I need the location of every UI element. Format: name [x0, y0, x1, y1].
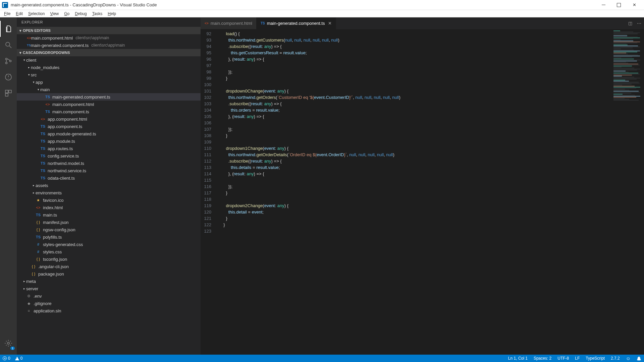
menu-help[interactable]: Help [105, 10, 119, 17]
svg-rect-7 [9, 90, 11, 93]
status-notifications-icon[interactable] [637, 356, 641, 361]
tree-file[interactable]: <>main.component.html [17, 101, 201, 108]
status-bar: 0 0 Ln 1, Col 1 Spaces: 2 UTF-8 LF TypeS… [0, 355, 644, 362]
menu-file[interactable]: File [1, 10, 13, 17]
title-bar: main-generated.component.ts - CascadingD… [0, 0, 644, 10]
status-warnings[interactable]: 0 [15, 356, 23, 361]
tree-folder[interactable]: ▸environments [17, 189, 201, 196]
svg-point-0 [6, 42, 10, 46]
gear-icon [4, 339, 12, 347]
files-icon [5, 25, 13, 33]
svg-point-9 [7, 342, 9, 344]
editor[interactable]: 9293949596979899100101102103104105106107… [201, 29, 644, 355]
tree-file[interactable]: TSapp.routes.ts [17, 145, 201, 152]
tree-file[interactable]: TSnorthwind.model.ts [17, 160, 201, 167]
warning-icon [15, 357, 19, 360]
status-eol[interactable]: LF [575, 356, 580, 361]
tree-file[interactable]: ≡application.sln [17, 307, 201, 314]
code-content[interactable]: load() { this.northwind.getCustomers(nul… [217, 29, 644, 355]
activity-debug[interactable] [0, 69, 17, 85]
menu-debug[interactable]: Debug [72, 10, 89, 17]
tree-file[interactable]: { }package.json [17, 270, 201, 278]
menu-go[interactable]: Go [61, 10, 72, 17]
activity-settings[interactable]: 1 [0, 335, 17, 351]
svg-point-2 [6, 58, 7, 60]
tab-close-icon[interactable]: ✕ [328, 21, 332, 26]
window-title: main-generated.component.ts - CascadingD… [11, 2, 157, 7]
sidebar-title: EXPLORER [17, 17, 201, 27]
split-editor-icon[interactable]: ◫ [628, 21, 632, 26]
error-icon [3, 356, 7, 360]
activity-search[interactable] [0, 37, 17, 53]
tree-file[interactable]: TSapp.component.ts [17, 123, 201, 130]
svg-point-3 [6, 62, 7, 64]
menu-view[interactable]: View [47, 10, 61, 17]
tree-file[interactable]: TSapp.module.ts [17, 137, 201, 145]
tree-folder[interactable]: ▾client [17, 56, 201, 64]
activity-extensions[interactable] [0, 85, 17, 101]
tree-folder[interactable]: ▾main [17, 86, 201, 93]
status-version[interactable]: 2.7.2 [611, 356, 620, 361]
sidebar: EXPLORER ▾OPEN EDITORS <>main.component.… [17, 17, 201, 355]
status-ln-col[interactable]: Ln 1, Col 1 [508, 356, 528, 361]
activity-bar: 1 [0, 17, 17, 355]
tree-folder[interactable]: ▸assets [17, 182, 201, 189]
tree-file[interactable]: TSpolyfills.ts [17, 233, 201, 241]
tree-file[interactable]: <>index.html [17, 204, 201, 211]
tree-file[interactable]: { }manifest.json [17, 219, 201, 226]
status-encoding[interactable]: UTF-8 [557, 356, 569, 361]
tree-file[interactable]: ★favicon.ico [17, 196, 201, 204]
tree-file[interactable]: #styles.css [17, 248, 201, 255]
minimap[interactable] [612, 29, 644, 355]
status-spaces[interactable]: Spaces: 2 [534, 356, 551, 361]
extensions-icon [4, 89, 12, 97]
editor-tab[interactable]: TSmain-generated.component.ts✕ [257, 17, 336, 29]
open-editors-header[interactable]: ▾OPEN EDITORS [17, 27, 201, 34]
window-maximize-button[interactable] [611, 0, 627, 10]
editor-area: <>main.component.htmlTSmain-generated.co… [201, 17, 644, 355]
activity-explorer[interactable] [0, 21, 17, 37]
tree-file[interactable]: TSmain.ts [17, 211, 201, 219]
tree-file[interactable]: TSodata-client.ts [17, 174, 201, 182]
line-gutter: 9293949596979899100101102103104105106107… [201, 29, 217, 355]
svg-rect-6 [5, 90, 8, 93]
tree-file[interactable]: TSconfig.service.ts [17, 152, 201, 160]
tree-file[interactable]: #styles-generated.css [17, 241, 201, 248]
status-feedback-icon[interactable] [626, 356, 631, 361]
settings-badge: 1 [10, 347, 15, 350]
window-close-button[interactable] [627, 0, 642, 10]
tree-folder[interactable]: ▾src [17, 71, 201, 78]
menu-selection[interactable]: Selection [25, 10, 47, 17]
tree-file[interactable]: { }ngsw-config.json [17, 226, 201, 233]
more-actions-icon[interactable]: ⋯ [637, 21, 641, 26]
status-errors[interactable]: 0 [3, 356, 10, 361]
menu-edit[interactable]: Edit [13, 10, 25, 17]
tree-file[interactable]: ◆.gitignore [17, 300, 201, 307]
editor-tabs: <>main.component.htmlTSmain-generated.co… [201, 17, 644, 29]
tree-file[interactable]: { }tsconfig.json [17, 255, 201, 263]
svg-line-1 [9, 46, 11, 48]
menu-bar: FileEditSelectionViewGoDebugTasksHelp [0, 10, 644, 17]
tree-folder[interactable]: ▸server [17, 285, 201, 292]
activity-scm[interactable] [0, 53, 17, 69]
tree-folder[interactable]: ▾app [17, 78, 201, 86]
tree-file[interactable]: { }.angular-cli.json [17, 263, 201, 270]
status-language[interactable]: TypeScript [586, 356, 605, 361]
tree-file[interactable]: ⚙.env [17, 292, 201, 300]
window-minimize-button[interactable] [596, 0, 611, 10]
tree-folder[interactable]: ▸meta [17, 278, 201, 285]
tree-file[interactable]: TSmain.component.ts [17, 108, 201, 115]
source-control-icon [4, 57, 12, 65]
vscode-icon [2, 2, 8, 8]
tree-file[interactable]: TSapp.module-generated.ts [17, 130, 201, 137]
project-header[interactable]: ▾CASCADINGDROPDOWNS [17, 49, 201, 56]
open-editor-item[interactable]: TSmain-generated.component.tsclient\src\… [17, 42, 201, 49]
editor-tab[interactable]: <>main.component.html [201, 17, 257, 29]
tree-file[interactable]: <>app.component.html [17, 115, 201, 123]
tree-file[interactable]: TSmain-generated.component.ts [17, 93, 201, 101]
tree-file[interactable]: TSnorthwind.service.ts [17, 167, 201, 174]
menu-tasks[interactable]: Tasks [90, 10, 105, 17]
tree-folder[interactable]: ▸node_modules [17, 64, 201, 71]
open-editor-item[interactable]: <>main.component.htmlclient\src\app\main [17, 34, 201, 42]
search-icon [4, 41, 12, 49]
